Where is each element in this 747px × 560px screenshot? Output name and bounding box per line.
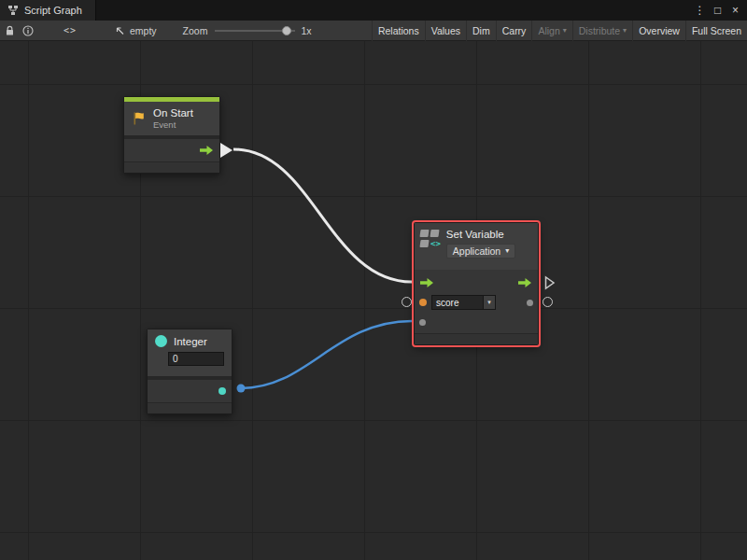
node-footer	[148, 402, 232, 413]
flow-input-port[interactable]	[420, 278, 434, 287]
align-dropdown-button[interactable]: Align▾	[531, 21, 571, 41]
graph-icon	[7, 5, 19, 16]
value-output-port[interactable]	[527, 300, 533, 306]
node-title: On Start	[153, 107, 193, 119]
flow-port-row	[415, 273, 538, 292]
distribute-dropdown-button[interactable]: Distribute▾	[572, 21, 632, 41]
output-connection-ring[interactable]	[543, 297, 553, 307]
carry-button[interactable]: Carry	[496, 21, 532, 41]
zoom-label: Zoom	[183, 25, 208, 36]
pointer-icon	[114, 25, 125, 36]
wire-control-flow[interactable]	[233, 149, 412, 282]
lock-icon[interactable]	[0, 21, 19, 41]
flow-output-connector[interactable]	[544, 275, 556, 290]
maximize-icon[interactable]: □	[709, 1, 726, 20]
wire-endpoint-dot[interactable]	[237, 385, 246, 393]
wire-integer-to-value[interactable]	[241, 321, 412, 388]
breadcrumb-label: empty	[130, 25, 157, 36]
chevron-down-icon: ▾	[563, 27, 567, 35]
node-integer[interactable]: Integer 0	[147, 329, 233, 414]
integer-type-icon	[155, 335, 167, 347]
window-controls: ⋮ □ ×	[691, 0, 747, 21]
name-input-port[interactable]	[419, 299, 427, 306]
graph-canvas[interactable]: On Start Event <> Set Variabl	[0, 41, 747, 560]
set-variable-header: <> Set Variable Application ▾	[415, 223, 538, 270]
on-start-port-row	[124, 139, 219, 161]
overview-button[interactable]: Overview	[632, 21, 685, 41]
variable-name-dropdown-icon[interactable]: ▾	[484, 295, 496, 310]
close-icon[interactable]: ×	[726, 1, 744, 20]
graph-toolbar: <> empty Zoom 1x Relations Values Dim Ca…	[0, 21, 747, 41]
integer-output-port[interactable]	[218, 387, 226, 395]
on-start-header: On Start Event	[124, 102, 219, 135]
menu-kebab-icon[interactable]: ⋮	[691, 1, 709, 20]
dim-button[interactable]: Dim	[466, 21, 496, 41]
flow-output-port[interactable]	[200, 146, 214, 155]
variable-name-value[interactable]: score	[431, 295, 484, 310]
values-button[interactable]: Values	[425, 21, 466, 41]
code-preview-toggle[interactable]: <>	[54, 22, 86, 39]
on-start-titles: On Start Event	[153, 107, 193, 130]
value-input-port[interactable]	[419, 319, 426, 326]
set-variable-titles: Set Variable Application ▾	[446, 229, 532, 266]
script-graph-window: Script Graph ⋮ □ × <> empt	[0, 0, 747, 560]
node-footer	[124, 161, 219, 173]
variable-scope-dropdown[interactable]: Application ▾	[446, 244, 515, 259]
graph-breadcrumb[interactable]: empty	[114, 25, 157, 36]
toolbar-buttons: Relations Values Dim Carry Align▾ Distri…	[372, 21, 747, 41]
relations-button[interactable]: Relations	[372, 21, 425, 41]
flow-output-port[interactable]	[518, 278, 532, 287]
node-footer	[415, 333, 538, 344]
set-variable-ports: score ▾	[415, 270, 538, 333]
variables-icon: <>	[420, 229, 441, 266]
name-port-row: score ▾	[415, 292, 538, 313]
value-port-row	[415, 313, 538, 331]
chevron-down-icon: ▾	[623, 27, 627, 35]
chevron-down-icon: ▾	[505, 247, 509, 255]
flag-icon	[132, 111, 147, 126]
variable-name-field[interactable]: score ▾	[431, 295, 496, 310]
input-connection-ring[interactable]	[402, 297, 412, 307]
zoom-value: 1x	[301, 25, 311, 36]
wire-layer	[0, 41, 747, 560]
tab-script-graph[interactable]: Script Graph	[0, 0, 96, 21]
control-output-connector[interactable]	[220, 143, 233, 158]
node-title: Integer	[174, 336, 207, 347]
node-on-start[interactable]: On Start Event	[123, 96, 220, 174]
code-icon: <>	[430, 240, 441, 247]
node-subtitle: Event	[153, 119, 193, 130]
integer-header: Integer 0	[148, 329, 232, 376]
node-set-variable[interactable]: <> Set Variable Application ▾	[414, 222, 539, 345]
info-icon[interactable]	[19, 21, 37, 41]
tab-title: Script Graph	[24, 5, 82, 16]
title-bar: Script Graph ⋮ □ ×	[0, 0, 747, 21]
integer-value-field[interactable]: 0	[168, 352, 224, 366]
zoom-slider-handle[interactable]	[282, 26, 291, 35]
node-title: Set Variable	[446, 229, 532, 240]
full-screen-button[interactable]: Full Screen	[685, 21, 747, 41]
zoom-slider[interactable]	[215, 26, 295, 35]
integer-port-row	[148, 376, 232, 402]
